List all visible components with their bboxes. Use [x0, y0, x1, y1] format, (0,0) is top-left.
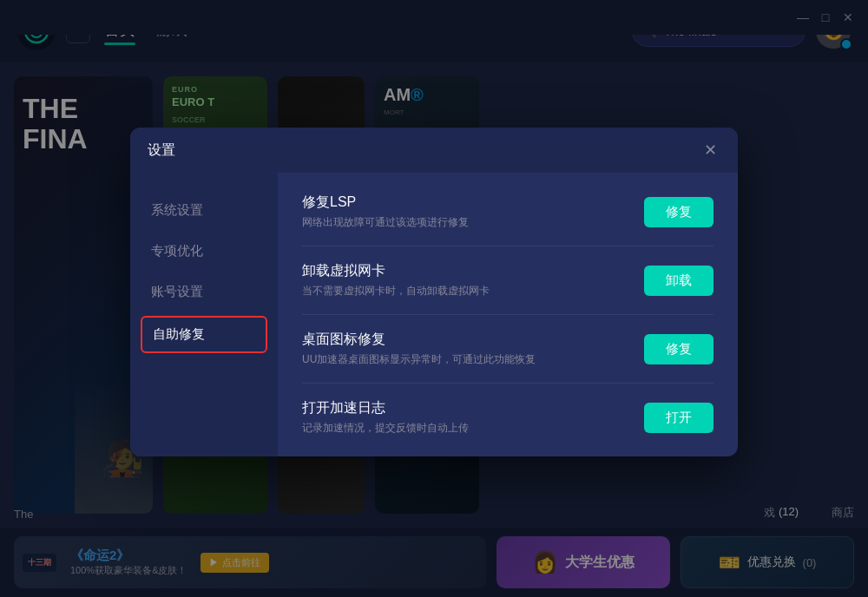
settings-nav-repair[interactable]: 自助修复 [141, 316, 267, 353]
modal-sidebar: 系统设置 专项优化 账号设置 自助修复 [130, 173, 278, 456]
repair-icon-desc: UU加速器桌面图标显示异常时，可通过此功能恢复 [302, 352, 644, 367]
repair-icon-label: 桌面图标修复 [302, 331, 644, 349]
repair-log-desc: 记录加速情况，提交反馈时自动上传 [302, 421, 644, 436]
repair-icon-button[interactable]: 修复 [644, 333, 713, 364]
repair-lsp-desc: 网络出现故障可通过该选项进行修复 [302, 215, 644, 230]
repair-vnic-row: 卸载虚拟网卡 当不需要虚拟网卡时，自动卸载虚拟网卡 卸载 [302, 262, 713, 298]
divider-1 [302, 246, 713, 246]
repair-log-info: 打开加速日志 记录加速情况，提交反馈时自动上传 [302, 399, 644, 436]
repair-lsp-row: 修复LSP 网络出现故障可通过该选项进行修复 修复 [302, 194, 713, 230]
repair-lsp-button[interactable]: 修复 [644, 196, 713, 226]
repair-vnic-info: 卸载虚拟网卡 当不需要虚拟网卡时，自动卸载虚拟网卡 [302, 262, 644, 298]
modal-title: 设置 [148, 141, 175, 159]
repair-log-button[interactable]: 打开 [644, 402, 713, 432]
repair-vnic-button[interactable]: 卸载 [644, 265, 713, 295]
settings-modal: 设置 ✕ 系统设置 专项优化 账号设置 自助修复 修复LSP 网络出现故障可通过… [130, 128, 738, 456]
modal-repair-content: 修复LSP 网络出现故障可通过该选项进行修复 修复 卸载虚拟网卡 当不需要虚拟网… [278, 173, 738, 456]
settings-nav-system[interactable]: 系统设置 [130, 190, 278, 231]
modal-close-button[interactable]: ✕ [700, 140, 720, 161]
divider-2 [302, 314, 713, 315]
repair-icon-row: 桌面图标修复 UU加速器桌面图标显示异常时，可通过此功能恢复 修复 [302, 331, 713, 367]
divider-3 [302, 383, 713, 384]
modal-body: 系统设置 专项优化 账号设置 自助修复 修复LSP 网络出现故障可通过该选项进行… [130, 173, 738, 456]
repair-icon-info: 桌面图标修复 UU加速器桌面图标显示异常时，可通过此功能恢复 [302, 331, 644, 367]
repair-log-label: 打开加速日志 [302, 399, 644, 417]
settings-nav-optimize[interactable]: 专项优化 [130, 231, 278, 272]
settings-nav-account[interactable]: 账号设置 [130, 272, 278, 312]
repair-lsp-info: 修复LSP 网络出现故障可通过该选项进行修复 [302, 194, 644, 230]
modal-header: 设置 ✕ [130, 128, 738, 173]
repair-log-row: 打开加速日志 记录加速情况，提交反馈时自动上传 打开 [302, 399, 713, 436]
repair-lsp-label: 修复LSP [302, 194, 644, 212]
repair-vnic-desc: 当不需要虚拟网卡时，自动卸载虚拟网卡 [302, 284, 644, 298]
repair-vnic-label: 卸载虚拟网卡 [302, 262, 644, 280]
